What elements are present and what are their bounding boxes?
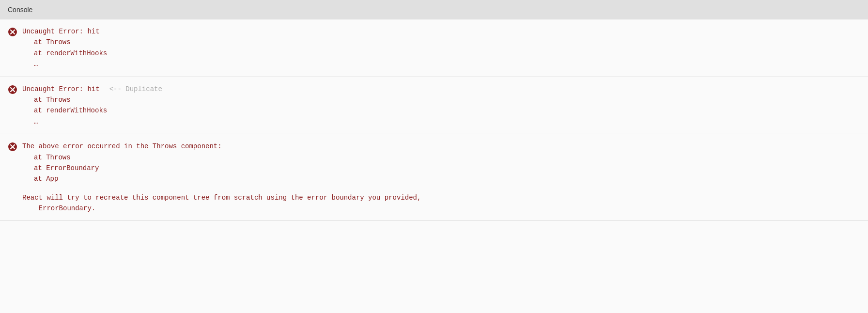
stack-line: at App [34, 173, 860, 184]
console-panel: Console Uncaught Error: hitat Throwsat r… [0, 0, 868, 313]
error-icon [8, 27, 17, 37]
entry-first-line: Uncaught Error: hit [22, 84, 100, 94]
duplicate-badge: <-- Duplicate [109, 84, 162, 94]
stack-lines: at Throwsat ErrorBoundaryat App [22, 152, 860, 185]
console-entry: Uncaught Error: hit<-- Duplicateat Throw… [0, 77, 868, 135]
error-icon [8, 142, 17, 152]
error-icon [8, 85, 17, 94]
stack-lines: at Throwsat renderWithHooks… [22, 37, 860, 69]
entry-first-line: Uncaught Error: hit [22, 26, 100, 37]
stack-line: … [34, 59, 860, 69]
console-header: Console [0, 0, 868, 19]
console-entry: Uncaught Error: hitat Throwsat renderWit… [0, 19, 868, 77]
stack-line: … [34, 116, 860, 127]
stack-line: at renderWithHooks [34, 48, 860, 59]
console-entry: The above error occurred in the Throws c… [0, 134, 868, 221]
stack-line: at Throws [34, 152, 860, 163]
entry-first-line: The above error occurred in the Throws c… [22, 141, 222, 152]
stack-line: at Throws [34, 37, 860, 47]
extra-paragraph: React will try to recreate this componen… [22, 192, 860, 214]
stack-line: at ErrorBoundary [34, 163, 860, 173]
stack-line: at Throws [34, 94, 860, 105]
console-body[interactable]: Uncaught Error: hitat Throwsat renderWit… [0, 19, 868, 313]
entry-content: Uncaught Error: hitat Throwsat renderWit… [22, 26, 860, 70]
entry-content: The above error occurred in the Throws c… [22, 141, 860, 214]
entry-content: Uncaught Error: hit<-- Duplicateat Throw… [22, 84, 860, 127]
console-title: Console [8, 6, 32, 14]
stack-line: at renderWithHooks [34, 105, 860, 116]
stack-lines: at Throwsat renderWithHooks… [22, 94, 860, 127]
